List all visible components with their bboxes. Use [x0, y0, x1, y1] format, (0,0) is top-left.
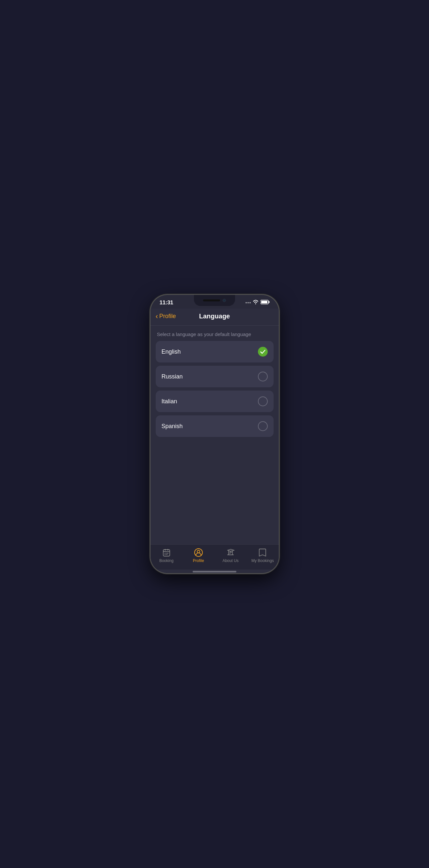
main-content: [151, 437, 279, 545]
svg-rect-1: [268, 301, 269, 303]
wifi-icon: [253, 300, 258, 306]
tab-my-bookings[interactable]: My Bookings: [251, 548, 274, 563]
language-item-english[interactable]: English: [156, 341, 274, 363]
language-item-russian[interactable]: Russian: [156, 366, 274, 387]
front-camera: [223, 299, 226, 302]
radio-unselected-russian: [258, 372, 268, 381]
tab-booking[interactable]: Booking: [155, 548, 178, 563]
subtitle-text: Select a language as your default langua…: [151, 326, 279, 341]
language-name-italian: Italian: [162, 398, 177, 405]
tab-profile-label: Profile: [193, 558, 204, 563]
signal-icon: [246, 302, 251, 303]
my-bookings-icon: [258, 548, 267, 557]
page-title: Language: [199, 312, 230, 320]
tab-booking-label: Booking: [159, 558, 173, 563]
screen: ‹ Profile Language Select a language as …: [151, 309, 279, 572]
language-name-russian: Russian: [162, 373, 183, 380]
status-time: 11:31: [160, 300, 173, 306]
tab-profile[interactable]: Profile: [187, 548, 210, 563]
back-button[interactable]: ‹ Profile: [156, 313, 176, 320]
booking-icon: [162, 548, 171, 557]
back-chevron-icon: ‹: [156, 313, 158, 320]
nav-header: ‹ Profile Language: [151, 309, 279, 326]
about-us-icon: [226, 548, 235, 557]
language-name-english: English: [162, 348, 181, 355]
notch: [194, 295, 235, 306]
back-label: Profile: [159, 313, 176, 320]
radio-unselected-spanish: [258, 421, 268, 431]
status-icons: [246, 300, 270, 306]
phone-shell: 11:31 ‹ Profile: [151, 295, 279, 573]
language-item-spanish[interactable]: Spanish: [156, 415, 274, 437]
tab-about-us[interactable]: About Us: [219, 548, 242, 563]
svg-rect-2: [261, 301, 267, 303]
radio-unselected-italian: [258, 397, 268, 406]
svg-point-12: [197, 550, 200, 553]
language-item-italian[interactable]: Italian: [156, 391, 274, 412]
radio-selected-english: [258, 347, 268, 356]
language-list: English Russian Italian Spanish: [151, 341, 279, 437]
tab-about-us-label: About Us: [222, 558, 238, 563]
speaker: [203, 300, 220, 302]
svg-rect-3: [163, 550, 170, 556]
tab-bar: Booking Profile: [151, 545, 279, 569]
profile-icon: [194, 548, 203, 557]
tab-my-bookings-label: My Bookings: [251, 558, 274, 563]
language-name-spanish: Spanish: [162, 423, 183, 430]
home-indicator: [193, 571, 236, 572]
battery-icon: [261, 300, 270, 306]
